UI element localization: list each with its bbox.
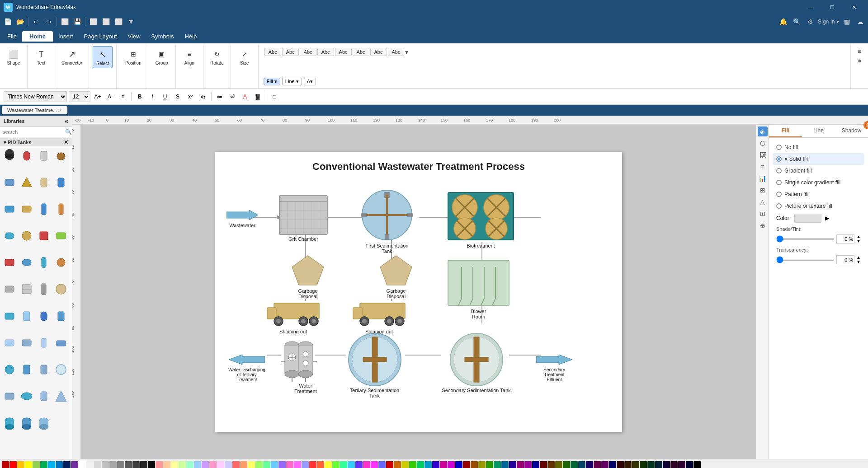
pid-item[interactable] xyxy=(19,281,34,297)
color-swatch[interactable] xyxy=(594,461,601,468)
save-button[interactable]: 💾 xyxy=(71,16,83,28)
color-swatch[interactable] xyxy=(317,461,324,468)
settings-button[interactable]: ⚙ xyxy=(804,16,816,28)
minimize-button[interactable]: — xyxy=(800,0,821,14)
strikethrough-btn[interactable]: S xyxy=(172,91,183,102)
color-swatch[interactable] xyxy=(302,461,309,468)
color-swatch[interactable] xyxy=(448,461,455,468)
signin-label[interactable]: Sign In ▾ xyxy=(818,19,839,25)
subscript-btn[interactable]: x₂ xyxy=(198,91,208,102)
menu-page-layout[interactable]: Page Layout xyxy=(79,31,123,42)
color-swatch[interactable] xyxy=(401,461,409,468)
tab-fill[interactable]: Fill xyxy=(769,125,802,137)
color-swatch[interactable] xyxy=(240,461,247,468)
decrease-font-btn[interactable]: A- xyxy=(105,91,116,102)
menu-file[interactable]: File xyxy=(2,31,22,42)
redo-button[interactable]: ↪ xyxy=(43,16,55,28)
color-swatch[interactable] xyxy=(647,461,655,468)
search-input[interactable] xyxy=(3,129,65,135)
pid-item[interactable] xyxy=(53,335,69,351)
color-swatch[interactable] xyxy=(179,461,186,468)
ribbon-r1[interactable]: ⊞ xyxy=(853,47,866,56)
color-swatch[interactable] xyxy=(156,461,163,468)
pid-item[interactable] xyxy=(2,335,17,351)
right-icon-table[interactable]: ⊞ xyxy=(758,185,768,195)
underline-btn[interactable]: U xyxy=(160,91,170,102)
pid-item[interactable] xyxy=(36,228,52,243)
color-swatch[interactable] xyxy=(71,461,78,468)
pid-item[interactable] xyxy=(53,175,69,190)
color-arrow[interactable]: ▶ xyxy=(825,215,829,221)
color-swatch[interactable] xyxy=(555,461,562,468)
pid-item[interactable] xyxy=(53,362,69,377)
doc-tab-close[interactable]: × xyxy=(59,107,62,113)
pid-tanks-close-btn[interactable]: ✕ xyxy=(64,139,68,145)
open-button[interactable]: 📂 xyxy=(14,16,26,28)
color-swatch[interactable] xyxy=(386,461,393,468)
pid-item[interactable] xyxy=(2,175,17,190)
color-swatch[interactable] xyxy=(655,461,662,468)
color-swatch[interactable] xyxy=(232,461,240,468)
fill-picture[interactable]: Picture or texture fill xyxy=(773,200,864,212)
color-swatch[interactable] xyxy=(255,461,263,468)
color-swatch[interactable] xyxy=(25,461,32,468)
color-swatch[interactable] xyxy=(371,461,378,468)
font-color-btn[interactable]: A xyxy=(240,91,250,102)
canvas[interactable]: Conventional Wastewater Treatment Proces… xyxy=(81,125,756,459)
select-button[interactable]: ↖ Select xyxy=(93,46,113,68)
pid-item[interactable] xyxy=(2,388,17,404)
color-swatch[interactable] xyxy=(79,461,86,468)
style-shape-6[interactable]: Abc xyxy=(353,48,369,56)
color-swatch[interactable] xyxy=(378,461,386,468)
secondary-sed-shape[interactable]: Secondary Sedimentation Tank xyxy=(437,332,516,393)
tab-line[interactable]: Line xyxy=(802,125,835,137)
pid-item[interactable] xyxy=(53,228,69,243)
group-button[interactable]: ▣ Group xyxy=(152,46,172,67)
color-swatch[interactable] xyxy=(532,461,539,468)
style-shape-8[interactable]: Abc xyxy=(388,48,405,56)
color-swatch[interactable] xyxy=(9,461,17,468)
fill-no-fill[interactable]: No fill xyxy=(773,141,864,153)
new-file-button[interactable]: ⬜ xyxy=(59,16,71,28)
shade-value[interactable] xyxy=(836,234,854,243)
style-shape-4[interactable]: Abc xyxy=(317,48,334,56)
pid-item[interactable] xyxy=(19,388,34,404)
italic-btn[interactable]: I xyxy=(147,91,158,102)
pid-item[interactable] xyxy=(36,335,52,351)
pid-item[interactable] xyxy=(53,388,69,404)
color-swatch[interactable] xyxy=(432,461,439,468)
color-swatch[interactable] xyxy=(263,461,270,468)
color-swatch[interactable] xyxy=(340,461,347,468)
pid-item[interactable] xyxy=(53,309,69,324)
color-swatch[interactable] xyxy=(33,461,40,468)
color-swatch[interactable] xyxy=(325,461,332,468)
color-swatch[interactable] xyxy=(578,461,585,468)
pid-item[interactable] xyxy=(2,415,17,431)
new-button[interactable]: 📄 xyxy=(2,16,14,28)
color-swatch[interactable] xyxy=(94,461,101,468)
sidebar-collapse-btn[interactable]: « xyxy=(65,117,68,125)
pid-item[interactable] xyxy=(53,201,69,217)
transparency-value[interactable] xyxy=(836,255,854,264)
color-swatch[interactable] xyxy=(194,461,201,468)
connector-button[interactable]: ↗ Connector xyxy=(59,46,85,67)
color-swatch[interactable] xyxy=(363,461,370,468)
wastewater-shape[interactable]: Wastewater xyxy=(224,208,260,228)
color-swatch[interactable] xyxy=(425,461,432,468)
pid-item[interactable] xyxy=(19,228,34,243)
color-swatch[interactable] xyxy=(563,461,570,468)
color-swatch[interactable] xyxy=(409,461,416,468)
color-swatch[interactable] xyxy=(132,461,140,468)
color-swatch[interactable] xyxy=(348,461,355,468)
color-swatch[interactable] xyxy=(186,461,193,468)
blower-shape[interactable]: BlowerRoom xyxy=(446,258,511,319)
pid-item[interactable] xyxy=(36,281,52,297)
style-shape-1[interactable]: Abc xyxy=(264,48,281,56)
right-icon-something[interactable]: ⊕ xyxy=(758,220,768,230)
pid-item[interactable] xyxy=(36,148,52,164)
right-icon-shapes[interactable]: ⬡ xyxy=(758,138,768,148)
fill-gradient[interactable]: Gradient fill xyxy=(773,165,864,177)
line-color-btn[interactable]: Line ▾ xyxy=(282,78,302,85)
right-icon-fill[interactable]: ◈ xyxy=(758,126,768,136)
rotate-button[interactable]: ↻ Rotate xyxy=(207,46,227,67)
